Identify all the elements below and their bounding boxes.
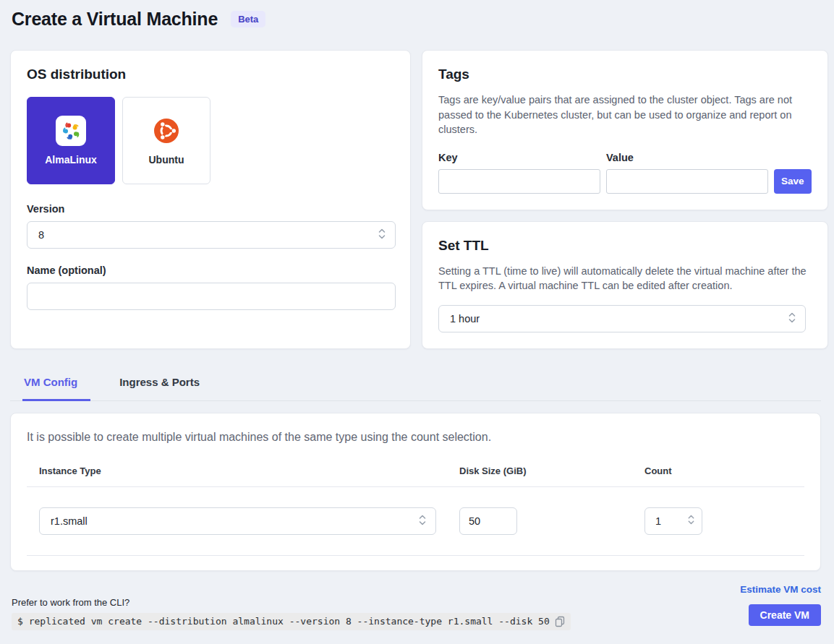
ttl-card: Set TTL Setting a TTL (time to live) wil… [422, 221, 828, 349]
vm-config-card: It is possible to create multiple virtua… [10, 413, 821, 571]
count-value: 1 [655, 515, 661, 527]
top-grid: OS distribution [10, 50, 821, 349]
cli-prompt: Prefer to work from the CLI? [12, 597, 571, 608]
page-header: Create a Virtual Machine Beta [10, 9, 821, 30]
os-distribution-card: OS distribution [10, 50, 411, 349]
beta-badge: Beta [231, 11, 265, 27]
version-select[interactable]: 8 [27, 221, 396, 249]
version-select-value: 8 [38, 229, 44, 241]
os-option-label: AlmaLinux [45, 154, 97, 166]
cli-command-block: $ replicated vm create --distribution al… [12, 613, 571, 630]
page-title: Create a Virtual Machine [12, 9, 218, 30]
chevron-updown-icon [788, 312, 796, 326]
count-stepper[interactable]: 1 [644, 507, 702, 535]
ttl-description: Setting a TTL (time to live) will automa… [438, 264, 812, 293]
cli-command-text: $ replicated vm create --distribution al… [17, 616, 550, 627]
ttl-select-value: 1 hour [450, 313, 480, 325]
tab-bar: VM Config Ingress & Ports [10, 369, 821, 401]
cli-section: Prefer to work from the CLI? $ replicate… [10, 597, 571, 630]
chevron-updown-icon [418, 514, 427, 528]
tags-card: Tags Tags are key/value pairs that are a… [422, 50, 828, 210]
almalinux-logo-icon [56, 116, 86, 146]
tags-form: Key Value Save [438, 152, 812, 194]
table-divider [27, 555, 804, 556]
disk-size-input[interactable] [459, 507, 517, 535]
instance-type-value: r1.small [51, 515, 88, 527]
tab-ingress-ports[interactable]: Ingress & Ports [119, 369, 200, 401]
save-tag-button[interactable]: Save [774, 169, 812, 194]
ttl-select[interactable]: 1 hour [438, 305, 806, 332]
tag-value-label: Value [606, 152, 768, 163]
os-distribution-title: OS distribution [27, 66, 394, 82]
version-label: Version [27, 203, 394, 215]
right-column: Tags Tags are key/value pairs that are a… [422, 50, 828, 349]
column-count: Count [644, 465, 792, 476]
vm-config-table-header: Instance Type Disk Size (GiB) Count [27, 465, 804, 476]
vm-name-label: Name (optional) [27, 265, 394, 276]
instance-type-select[interactable]: r1.small [39, 507, 436, 535]
os-option-ubuntu[interactable]: Ubuntu [122, 97, 210, 184]
copy-icon[interactable] [555, 616, 565, 627]
vm-name-input[interactable] [27, 283, 396, 310]
os-option-label: Ubuntu [149, 154, 184, 166]
tag-value-input[interactable] [606, 169, 768, 194]
tags-description: Tags are key/value pairs that are assign… [438, 93, 812, 137]
vm-config-intro: It is possible to create multiple virtua… [27, 431, 804, 444]
os-tile-group: AlmaLinux [27, 97, 394, 184]
os-option-almalinux[interactable]: AlmaLinux [27, 97, 115, 184]
table-row: r1.small 1 [27, 487, 804, 555]
ttl-title: Set TTL [438, 238, 812, 254]
tag-key-input[interactable] [438, 169, 600, 194]
chevron-updown-icon [687, 514, 695, 528]
tag-key-label: Key [438, 152, 600, 163]
tags-title: Tags [438, 66, 812, 82]
create-vm-button[interactable]: Create VM [749, 604, 821, 626]
page-footer: Prefer to work from the CLI? $ replicate… [10, 584, 821, 630]
estimate-vm-cost-link[interactable]: Estimate VM cost [740, 584, 821, 595]
column-instance-type: Instance Type [39, 465, 459, 476]
actions-section: Estimate VM cost Create VM [740, 584, 821, 630]
column-disk-size: Disk Size (GiB) [459, 465, 644, 476]
chevron-updown-icon [378, 228, 386, 242]
ubuntu-logo-icon [151, 116, 182, 146]
tab-vm-config[interactable]: VM Config [22, 369, 90, 401]
